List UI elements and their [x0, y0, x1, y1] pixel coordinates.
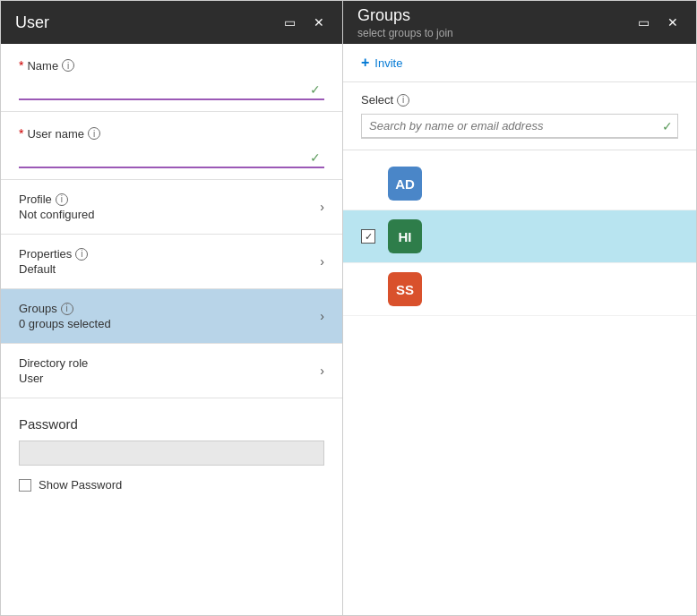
profile-nav-row[interactable]: Profile i Not configured ›: [1, 180, 342, 235]
profile-info-icon[interactable]: i: [56, 193, 68, 206]
username-label-text: User name: [27, 127, 84, 141]
invite-row[interactable]: + Invite: [343, 44, 696, 82]
select-section: Select i ✓: [343, 82, 696, 150]
user-panel-content: * Name i ✓ * User name i ✓: [1, 44, 342, 615]
groups-panel-title-block: Groups select groups to join: [357, 6, 453, 39]
groups-chevron-icon: ›: [320, 309, 324, 323]
groups-nav-value: 0 groups selected: [19, 317, 111, 330]
directory-role-nav-label: Directory role: [19, 356, 88, 370]
properties-nav-label: Properties i: [19, 247, 88, 261]
password-input-wrapper: [19, 441, 324, 466]
properties-nav-value: Default: [19, 262, 88, 276]
user-panel-controls: ▭ ✕: [280, 13, 328, 31]
groups-panel-header: Groups select groups to join ▭ ✕: [343, 1, 696, 44]
username-field-section: * User name i ✓: [1, 112, 342, 180]
username-input-wrapper: ✓: [19, 146, 324, 168]
select-info-icon[interactable]: i: [397, 94, 409, 107]
groups-panel-controls: ▭ ✕: [634, 13, 682, 31]
hi-avatar: HI: [388, 219, 422, 253]
properties-chevron-icon: ›: [320, 254, 324, 269]
groups-panel-content: + Invite Select i ✓ AD: [343, 44, 696, 615]
groups-nav-left: Groups i 0 groups selected: [19, 302, 111, 330]
group-item-hi[interactable]: ✓ HI: [343, 210, 696, 263]
username-field-label: * User name i: [19, 126, 324, 141]
properties-nav-row[interactable]: Properties i Default ›: [1, 235, 342, 289]
name-checkmark: ✓: [310, 82, 321, 97]
name-label-text: Name: [27, 59, 58, 73]
properties-label-text: Properties: [19, 247, 72, 261]
hi-checkmark-icon: ✓: [365, 231, 373, 243]
groups-nav-row[interactable]: Groups i 0 groups selected ›: [1, 289, 342, 344]
user-minimize-button[interactable]: ▭: [280, 13, 299, 31]
search-input[interactable]: [361, 114, 678, 139]
password-title: Password: [19, 416, 324, 432]
select-label: Select i: [361, 93, 678, 107]
groups-minimize-button[interactable]: ▭: [634, 13, 653, 31]
search-input-wrapper: ✓: [361, 114, 678, 139]
user-panel: User ▭ ✕ * Name i ✓: [1, 1, 343, 615]
profile-nav-left: Profile i Not configured: [19, 192, 95, 221]
name-input[interactable]: [19, 78, 324, 100]
select-label-text: Select: [361, 93, 393, 107]
user-close-button[interactable]: ✕: [310, 13, 328, 31]
password-section: Password Show Password: [1, 398, 342, 502]
show-password-checkbox[interactable]: [19, 479, 31, 492]
username-required-star: *: [19, 126, 23, 141]
user-panel-header: User ▭ ✕: [1, 1, 342, 44]
ad-avatar: AD: [388, 167, 422, 201]
groups-info-icon[interactable]: i: [61, 303, 73, 315]
groups-label-text: Groups: [19, 302, 57, 315]
profile-nav-label: Profile i: [19, 192, 95, 206]
show-password-label: Show Password: [39, 478, 122, 492]
groups-panel-title: Groups: [357, 6, 453, 25]
name-required-star: *: [19, 58, 23, 73]
directory-role-chevron-icon: ›: [320, 364, 324, 378]
groups-panel: Groups select groups to join ▭ ✕ + Invit…: [343, 1, 696, 615]
groups-close-button[interactable]: ✕: [664, 13, 682, 31]
invite-label: Invite: [374, 56, 402, 70]
directory-role-nav-value: User: [19, 372, 88, 385]
directory-role-label-text: Directory role: [19, 356, 88, 370]
search-checkmark: ✓: [662, 119, 673, 133]
ss-avatar: SS: [388, 272, 422, 306]
directory-role-nav-row[interactable]: Directory role User ›: [1, 344, 342, 398]
name-field-section: * Name i ✓: [1, 44, 342, 112]
username-checkmark: ✓: [310, 150, 321, 165]
invite-plus-icon: +: [361, 55, 369, 71]
user-panel-title: User: [15, 13, 49, 32]
properties-info-icon[interactable]: i: [75, 248, 88, 261]
profile-chevron-icon: ›: [320, 200, 324, 214]
groups-panel-subtitle: select groups to join: [357, 27, 453, 39]
name-input-wrapper: ✓: [19, 78, 324, 100]
password-input[interactable]: [19, 441, 324, 466]
show-password-row[interactable]: Show Password: [19, 478, 324, 492]
groups-nav-label: Groups i: [19, 302, 111, 315]
profile-nav-value: Not configured: [19, 208, 95, 221]
group-item-ss[interactable]: SS: [343, 263, 696, 316]
groups-list: AD ✓ HI SS: [343, 150, 696, 323]
name-field-label: * Name i: [19, 58, 324, 73]
hi-checkbox[interactable]: ✓: [361, 229, 375, 244]
username-info-icon[interactable]: i: [88, 127, 100, 140]
username-input[interactable]: [19, 146, 324, 168]
properties-nav-left: Properties i Default: [19, 247, 88, 276]
profile-label-text: Profile: [19, 192, 52, 206]
name-info-icon[interactable]: i: [62, 59, 74, 72]
group-item-ad[interactable]: AD: [343, 158, 696, 210]
directory-role-nav-left: Directory role User: [19, 356, 88, 385]
